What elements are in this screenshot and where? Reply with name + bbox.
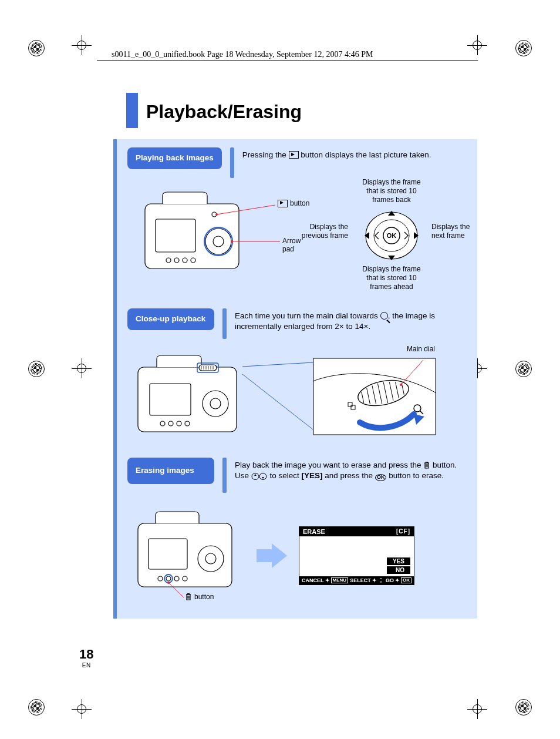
svg-rect-25	[199, 365, 217, 371]
print-registration-mark	[515, 40, 532, 56]
ok-icon: OK	[375, 474, 387, 481]
svg-point-7	[191, 258, 195, 263]
section-accent-bar	[222, 308, 227, 339]
svg-point-24	[185, 421, 190, 426]
callout-trash-button: button	[185, 593, 214, 601]
print-registration-mark	[515, 361, 532, 377]
camera-back-diagram	[127, 347, 251, 441]
svg-line-34	[242, 374, 313, 429]
svg-point-59	[158, 576, 163, 581]
section-label-erase: Erasing images	[127, 458, 214, 484]
section-accent-bar	[222, 458, 227, 493]
print-crosshair	[467, 699, 487, 719]
svg-point-4	[166, 258, 171, 263]
svg-point-11	[215, 213, 218, 216]
svg-point-6	[183, 258, 187, 263]
arrow-right-icon	[254, 541, 289, 570]
svg-point-22	[168, 421, 173, 426]
print-crosshair	[467, 35, 487, 55]
print-registration-mark	[28, 361, 45, 377]
svg-rect-1	[156, 219, 195, 252]
svg-point-20	[210, 398, 221, 409]
print-crosshair	[72, 35, 92, 55]
svg-rect-18	[150, 384, 191, 415]
page-title: Playback/Erasing	[126, 87, 477, 123]
svg-point-21	[160, 421, 165, 426]
svg-point-62	[183, 576, 187, 581]
svg-point-61	[174, 576, 179, 581]
section-label-playback: Playing back images	[127, 147, 222, 169]
section-text-erase: Play back the image you want to erase an…	[235, 458, 470, 481]
trash-icon	[423, 461, 430, 469]
svg-point-5	[174, 258, 179, 263]
option-yes: YES	[387, 557, 410, 565]
print-registration-mark	[515, 699, 532, 716]
card-indicator: [CF]	[396, 528, 410, 535]
print-registration-mark	[28, 699, 45, 716]
section-accent-bar	[230, 147, 234, 178]
header-filename: s0011_e_00_0_unified.book Page 18 Wednes…	[112, 50, 373, 59]
svg-point-3	[213, 236, 224, 247]
svg-point-60	[166, 576, 171, 581]
header-rule	[97, 60, 478, 61]
section-text-playback: Pressing the button displays the last pi…	[242, 147, 470, 160]
print-crosshair	[72, 699, 92, 719]
option-no: NO	[387, 566, 410, 574]
svg-rect-56	[149, 539, 187, 569]
svg-point-50	[400, 384, 402, 386]
svg-line-33	[242, 362, 313, 367]
erase-title: ERASE	[303, 528, 325, 535]
hint-cancel: CANCEL✦MENU	[302, 577, 348, 584]
erase-confirm-screen: ERASE[CF] YES NO CANCEL✦MENU SELECT✦ GO✦…	[299, 526, 414, 586]
arrow-pad-diagram: OK	[298, 184, 474, 301]
camera-back-diagram: button	[127, 506, 245, 606]
play-icon	[289, 151, 299, 159]
section-label-closeup: Close-up playback	[127, 308, 214, 330]
hint-select: SELECT✦	[350, 577, 384, 584]
callout-main-dial: Main dial	[407, 345, 435, 353]
title-accent-bar	[126, 93, 138, 128]
main-dial-inset	[313, 358, 436, 440]
play-icon	[278, 200, 288, 207]
svg-point-58	[205, 553, 216, 564]
svg-point-65	[167, 582, 170, 584]
svg-point-13	[231, 240, 233, 243]
hint-go: GO✦OK	[386, 577, 411, 584]
print-registration-mark	[28, 40, 45, 56]
magnifier-icon	[380, 312, 388, 320]
trash-icon	[185, 593, 192, 601]
camera-back-diagram: button Arrow pad	[127, 184, 298, 284]
up-down-icon	[251, 472, 268, 481]
page-number: 18 EN	[79, 647, 93, 669]
section-text-closeup: Each time you turn the main dial towards…	[235, 308, 470, 332]
ok-label: OK	[387, 232, 397, 239]
svg-point-23	[177, 421, 181, 426]
